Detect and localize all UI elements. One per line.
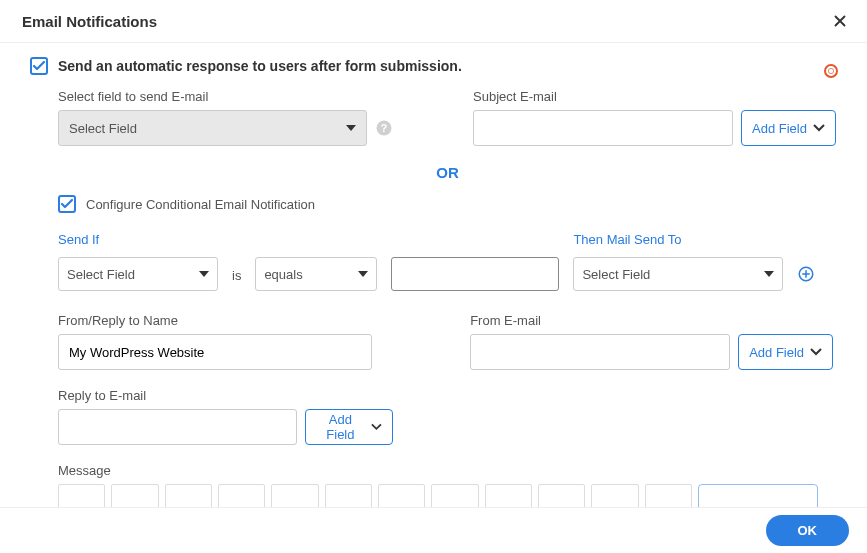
toolbar-button[interactable] [431, 484, 478, 508]
dialog-content: Send an automatic response to users afte… [0, 43, 867, 508]
form-body: Select field to send E-mail Select Field… [58, 89, 837, 508]
add-condition-icon[interactable] [797, 265, 815, 283]
dialog-footer: OK [0, 507, 867, 553]
auto-response-checkbox[interactable] [30, 57, 48, 75]
conditional-checkbox[interactable] [58, 195, 76, 213]
send-if-field-select[interactable]: Select Field [58, 257, 218, 291]
toolbar-button[interactable] [271, 484, 318, 508]
subject-input[interactable] [473, 110, 733, 146]
add-field-label: Add Field [752, 121, 807, 136]
chevron-down-icon [199, 271, 209, 277]
chevron-down-icon [371, 421, 382, 433]
help-icon[interactable] [823, 63, 839, 79]
toolbar-button[interactable] [485, 484, 532, 508]
toolbar-button[interactable] [165, 484, 212, 508]
message-toolbar [58, 484, 818, 508]
operator-select[interactable]: equals [255, 257, 377, 291]
auto-response-label: Send an automatic response to users afte… [58, 58, 462, 74]
then-field-select[interactable]: Select Field [573, 257, 783, 291]
reply-email-input[interactable] [58, 409, 297, 445]
dialog-header: Email Notifications [0, 0, 867, 43]
select-value: Select Field [67, 267, 135, 282]
send-if-label: Send If [58, 232, 218, 247]
subject-label: Subject E-mail [473, 89, 837, 104]
select-value: Select Field [69, 121, 137, 136]
from-email-input[interactable] [470, 334, 730, 370]
toolbar-button[interactable] [591, 484, 638, 508]
chevron-down-icon [764, 271, 774, 277]
from-email-add-field-button[interactable]: Add Field [738, 334, 833, 370]
auto-response-row: Send an automatic response to users afte… [30, 57, 837, 75]
conditional-row: Configure Conditional Email Notification [58, 195, 837, 213]
toolbar-button[interactable] [218, 484, 265, 508]
toolbar-button[interactable] [58, 484, 105, 508]
chevron-down-icon [810, 346, 822, 358]
chevron-down-icon [813, 122, 825, 134]
message-add-field-button[interactable] [698, 484, 818, 508]
subject-add-field-button[interactable]: Add Field [741, 110, 836, 146]
svg-text:?: ? [381, 122, 387, 134]
or-divider: OR [58, 164, 837, 181]
field-to-send-label: Select field to send E-mail [58, 89, 393, 104]
reply-email-add-field-button[interactable]: Add Field [305, 409, 393, 445]
toolbar-button[interactable] [645, 484, 692, 508]
toolbar-button[interactable] [325, 484, 372, 508]
from-reply-input[interactable] [58, 334, 372, 370]
question-icon[interactable]: ? [375, 119, 393, 137]
select-value: equals [264, 267, 302, 282]
conditional-label: Configure Conditional Email Notification [86, 197, 315, 212]
toolbar-button[interactable] [538, 484, 585, 508]
message-label: Message [58, 463, 818, 478]
toolbar-button[interactable] [378, 484, 425, 508]
from-email-label: From E-mail [470, 313, 837, 328]
close-icon[interactable] [831, 12, 849, 30]
ok-button[interactable]: OK [766, 515, 850, 546]
svg-point-1 [828, 68, 833, 73]
add-field-label: Add Field [316, 412, 366, 442]
reply-email-label: Reply to E-mail [58, 388, 393, 403]
select-value: Select Field [582, 267, 650, 282]
field-to-send-select[interactable]: Select Field [58, 110, 367, 146]
is-label: is [232, 268, 241, 291]
chevron-down-icon [358, 271, 368, 277]
condition-value-input[interactable] [391, 257, 559, 291]
then-label: Then Mail Send To [573, 232, 783, 247]
condition-row: Send If Select Field is equals Then Mai [58, 231, 837, 291]
chevron-down-icon [346, 125, 356, 131]
add-field-label: Add Field [749, 345, 804, 360]
toolbar-button[interactable] [111, 484, 158, 508]
from-reply-label: From/Reply to Name [58, 313, 390, 328]
dialog-title: Email Notifications [22, 13, 157, 30]
